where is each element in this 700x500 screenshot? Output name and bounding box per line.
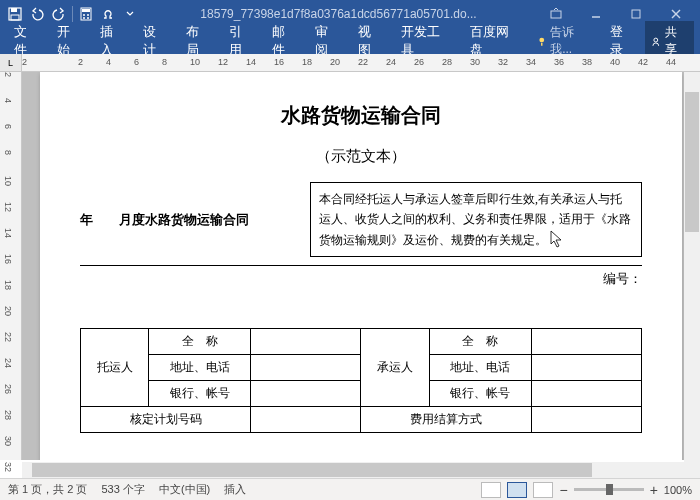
zoom-out-button[interactable]: − — [559, 482, 567, 498]
document-viewport[interactable]: 水路货物运输合同 （示范文本） 年 月度水路货物运输合同 本合同经托运人与承运人… — [22, 72, 700, 460]
tell-me[interactable]: 告诉我... — [530, 24, 601, 58]
vertical-ruler[interactable]: 2468101214161820222426283032 — [0, 72, 22, 460]
bianhao-label: 编号： — [80, 265, 642, 288]
svg-point-6 — [87, 14, 89, 16]
zoom-level[interactable]: 100% — [664, 484, 692, 496]
notice-box: 本合同经托运人与承运人签章后即行生效,有关承运人与托运人、收货人之间的权利、义务… — [310, 182, 642, 257]
ruler-corner: L — [0, 54, 22, 72]
vertical-scrollbar[interactable] — [684, 72, 700, 478]
zoom-thumb[interactable] — [606, 484, 613, 495]
status-bar: 第 1 页，共 2 页 533 个字 中文(中国) 插入 − + 100% — [0, 478, 700, 500]
contract-table: 托运人全 称承运人全 称 地址、电话地址、电话 银行、帐号银行、帐号 核定计划号… — [80, 328, 642, 433]
svg-point-14 — [539, 38, 544, 43]
h-scroll-thumb[interactable] — [32, 463, 592, 477]
zoom-slider[interactable] — [574, 488, 644, 491]
left-label: 年 月度水路货物运输合同 — [80, 182, 300, 257]
status-page[interactable]: 第 1 页，共 2 页 — [8, 482, 87, 497]
doc-subtitle: （示范文本） — [80, 147, 642, 166]
svg-point-5 — [83, 14, 85, 16]
zoom-in-button[interactable]: + — [650, 482, 658, 498]
svg-rect-4 — [82, 9, 90, 12]
page: 水路货物运输合同 （示范文本） 年 月度水路货物运输合同 本合同经托运人与承运人… — [40, 72, 682, 460]
horizontal-scrollbar[interactable] — [22, 462, 684, 478]
view-print-icon[interactable] — [507, 482, 527, 498]
svg-point-16 — [654, 38, 658, 42]
horizontal-ruler[interactable]: L 22468101214161820222426283032343638404… — [0, 54, 700, 72]
menu-bar: 文件 开始 插入 设计 布局 引用 邮件 审阅 视图 开发工具 百度网盘 告诉我… — [0, 28, 700, 54]
view-web-icon[interactable] — [533, 482, 553, 498]
view-read-icon[interactable] — [481, 482, 501, 498]
status-words[interactable]: 533 个字 — [101, 482, 144, 497]
svg-rect-1 — [11, 8, 17, 12]
v-scroll-thumb[interactable] — [685, 92, 699, 232]
status-lang[interactable]: 中文(中国) — [159, 482, 210, 497]
svg-rect-11 — [632, 10, 640, 18]
svg-rect-9 — [551, 11, 561, 18]
doc-heading: 水路货物运输合同 — [80, 102, 642, 129]
status-mode[interactable]: 插入 — [224, 482, 246, 497]
